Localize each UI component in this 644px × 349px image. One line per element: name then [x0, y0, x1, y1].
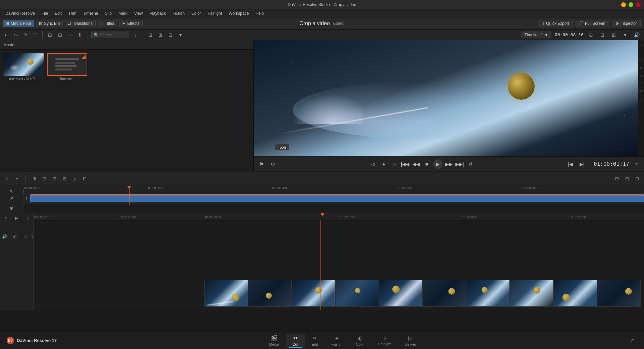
et-tool6[interactable]: ⊡	[80, 174, 89, 183]
menu-trim[interactable]: Trim	[66, 10, 79, 16]
pb-rewind[interactable]: ◀◀	[412, 160, 420, 168]
tb2-filter[interactable]: ↓	[131, 31, 139, 39]
nav-item-edit[interactable]: ✏ Edit	[305, 334, 325, 348]
pb-go-start[interactable]: |◀◀	[401, 160, 410, 168]
et-tool3[interactable]: ⊟	[50, 174, 59, 183]
tb2-scope[interactable]: ⊕	[587, 31, 595, 39]
menu-edit[interactable]: Edit	[52, 10, 64, 16]
et-tool2[interactable]: ⊡	[40, 174, 49, 183]
bt-ruler-mark-5: 01:00:06:00	[571, 214, 588, 219]
pb-frame-back[interactable]: |◀	[566, 160, 575, 168]
pb-play[interactable]: ▶	[433, 159, 443, 169]
tb2-view3[interactable]: ⊟	[166, 31, 175, 39]
et-select[interactable]: ↖	[3, 174, 11, 183]
menu-view[interactable]: View	[132, 10, 146, 16]
tb2-grid2[interactable]: ⊞	[56, 31, 64, 39]
nav-fairlight-label: Fairlight	[378, 342, 391, 346]
pb-step-fwd-right[interactable]: ▷	[390, 160, 399, 168]
close-button[interactable]: ✕	[636, 2, 641, 7]
nav-item-media[interactable]: 🎬 Media	[262, 334, 286, 348]
video-clip-track1[interactable]	[30, 194, 644, 202]
et-cut[interactable]: ✂	[13, 174, 21, 183]
et-tool4[interactable]: ⊠	[60, 174, 69, 183]
nav-item-cut[interactable]: ✂ Cut	[286, 334, 305, 348]
nav-item-fairlight[interactable]: ♪ Fairlight	[371, 334, 398, 347]
pb-loop[interactable]: ↺	[466, 160, 475, 168]
full-screen-button[interactable]: ⛶ Full Screen	[576, 20, 609, 27]
tb2-undo[interactable]: ↩	[3, 31, 11, 39]
tb2-view2[interactable]: ⊞	[156, 31, 164, 39]
lt-tool-snip[interactable]: ↗	[6, 196, 18, 201]
media-item-timeline1[interactable]: Timeline 1	[47, 53, 87, 81]
menu-file[interactable]: File	[39, 10, 51, 16]
menu-workspace[interactable]: Workspace	[226, 10, 252, 16]
menu-timeline[interactable]: Timeline	[80, 10, 101, 16]
tb2-btn2[interactable]: ↪	[12, 31, 20, 39]
quick-export-button[interactable]: ↑ Quick Export	[539, 20, 573, 27]
home-button[interactable]: ⌂	[629, 336, 637, 345]
effects-button[interactable]: ✦ Effects	[119, 20, 142, 27]
pb-flag[interactable]: ⚑	[257, 160, 266, 168]
tb2-view4[interactable]: ▼	[177, 31, 185, 39]
nav-item-fusion[interactable]: ◈ Fusion	[325, 334, 349, 348]
minimize-button[interactable]: —	[621, 2, 626, 7]
tb2-sort[interactable]: ⇅	[76, 31, 84, 39]
et-tool5[interactable]: ▷	[70, 174, 79, 183]
timeline-selector[interactable]: Timeline 1 ▼	[522, 32, 551, 38]
menu-davinciresolve[interactable]: DaVinci Resolve	[3, 10, 38, 16]
pb-more[interactable]: ≡	[632, 160, 641, 168]
menu-clip[interactable]: Clip	[102, 10, 114, 16]
sync-bin-button[interactable]: ⊟ Sync Bin	[36, 20, 63, 27]
pb-marker[interactable]: ●	[380, 160, 388, 168]
tb2-volume[interactable]: 🔊	[633, 31, 641, 39]
menu-mark[interactable]: Mark	[116, 10, 130, 16]
audio-mute-icon[interactable]: ◎	[10, 233, 19, 241]
et-tool1[interactable]: ⊞	[30, 174, 39, 183]
bl-play-icon[interactable]: ▶	[12, 214, 21, 222]
tb2-options[interactable]: ▼	[621, 31, 629, 39]
et-right3[interactable]: ⊡	[633, 174, 641, 183]
titles-button[interactable]: T Titles	[98, 20, 117, 27]
pb-frame-fwd[interactable]: ▶|	[578, 160, 586, 168]
ruler-tick-40: -40	[638, 98, 644, 100]
nav-item-color[interactable]: ◐ Color	[349, 334, 371, 348]
ruler-mark-1: 01:00:02:00	[148, 186, 164, 193]
menu-playback[interactable]: Playback	[147, 10, 168, 16]
effects-icon: ✦	[122, 21, 126, 26]
restore-button[interactable]: ⎕	[629, 2, 633, 7]
pb-stop[interactable]: ■	[423, 160, 431, 168]
lt-tool-arrow[interactable]: ↖	[6, 189, 18, 194]
menu-fusion[interactable]: Fusion	[170, 10, 187, 16]
tb2-scale-down[interactable]: ⊟	[598, 31, 606, 39]
menu-help[interactable]: Help	[253, 10, 266, 16]
lower-area: ↖ ✂ ⊞ ⊡ ⊟ ⊠ ▷ ⊡ ⊟ ⊞ ⊡	[0, 171, 644, 332]
inspector-button[interactable]: ⊕ Inspector	[612, 20, 641, 27]
pb-step-back-left[interactable]: ◁	[369, 160, 378, 168]
transitions-button[interactable]: ⇄ Transitions	[65, 20, 95, 27]
bl-square-icon[interactable]: □	[22, 214, 32, 222]
nav-item-deliver[interactable]: ▷ Deliver	[398, 334, 423, 348]
menu-fairlight[interactable]: Fairlight	[205, 10, 225, 16]
timeline1-label: Timeline 1	[59, 77, 75, 81]
pb-go-end[interactable]: ▶▶|	[455, 160, 464, 168]
media-item-asteroids[interactable]: Asteroids - 31105...	[3, 53, 44, 81]
tb2-grid1[interactable]: ⊟	[46, 31, 54, 39]
tb2-view1[interactable]: ⊡	[146, 31, 154, 39]
tb2-scale-up[interactable]: ⊞	[610, 31, 618, 39]
timeline1-preview	[48, 54, 87, 75]
menu-color[interactable]: Color	[189, 10, 204, 16]
et-right1[interactable]: ⊟	[612, 174, 621, 183]
tb2-btn4[interactable]: ⬚	[31, 31, 39, 39]
bl-select-icon[interactable]: ↖	[1, 214, 11, 222]
tb2-list[interactable]: ≡	[66, 31, 74, 39]
lt-tool-layer[interactable]: ⊞	[6, 206, 18, 211]
et-right2[interactable]: ⊞	[623, 174, 631, 183]
pb-settings[interactable]: ⚙	[268, 160, 277, 168]
audio-icon[interactable]: 🔊	[0, 233, 9, 241]
media-pool-button[interactable]: ⊞ Media Pool	[3, 20, 34, 27]
tb2-btn3[interactable]: ⟳	[21, 31, 30, 39]
audio-lock-icon[interactable]: □	[21, 233, 30, 241]
pb-fast-fwd[interactable]: ▶▶	[445, 160, 453, 168]
search-input[interactable]	[100, 33, 127, 37]
davinci-logo: DV DaVinci Resolve 17	[7, 337, 57, 344]
